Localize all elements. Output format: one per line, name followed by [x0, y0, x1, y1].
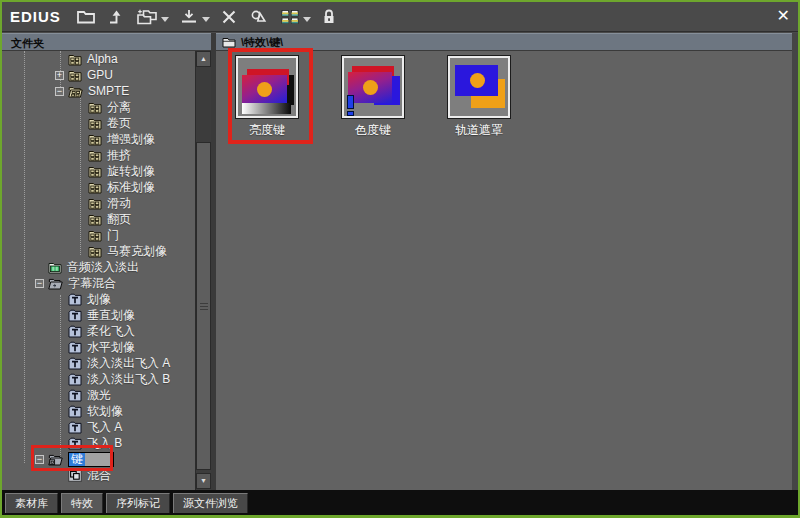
tree-item-label: 音频淡入淡出	[67, 259, 139, 276]
tree-item[interactable]: +GPU	[2, 67, 195, 83]
title-t-icon	[68, 405, 82, 418]
import-icon	[178, 7, 200, 27]
track-matte-icon[interactable]	[448, 56, 510, 118]
title-t-icon	[68, 309, 82, 322]
dropdown-caret-icon[interactable]	[303, 17, 311, 22]
new-folder-icon	[75, 7, 97, 27]
folder-audio-icon	[48, 261, 62, 274]
tree-item[interactable]: 滑动	[2, 195, 195, 211]
folder-grid-icon	[68, 69, 82, 82]
tree-item[interactable]: 垂直划像	[2, 307, 195, 323]
tree-item[interactable]: 激光	[2, 387, 195, 403]
effect-shape-button[interactable]	[248, 7, 270, 27]
effect-item[interactable]: 亮度键	[219, 56, 315, 139]
tree-item[interactable]: 飞入 A	[2, 419, 195, 435]
tree-item[interactable]: Alpha	[2, 51, 195, 67]
tree-item-label: 垂直划像	[87, 307, 135, 324]
tree-item[interactable]: 软划像	[2, 403, 195, 419]
folder-icon	[222, 37, 236, 48]
open-folder-icon	[135, 7, 159, 27]
tree-item-label: 淡入淡出飞入 B	[87, 371, 170, 388]
tree-item[interactable]: 马赛克划像	[2, 243, 195, 259]
tree-item[interactable]: 混合	[2, 467, 195, 483]
title-t-icon	[68, 325, 82, 338]
scroll-up-icon[interactable]: ▲	[196, 51, 211, 67]
tree-item[interactable]: 旋转划像	[2, 163, 195, 179]
tree-item-label: 推挤	[107, 147, 131, 164]
scrollbar-thumb[interactable]	[196, 142, 211, 470]
tree-item[interactable]: 音频淡入淡出	[2, 259, 195, 275]
tree-item[interactable]: 淡入淡出飞入 A	[2, 355, 195, 371]
effect-item-label: 亮度键	[219, 122, 315, 139]
up-folder-icon	[106, 7, 126, 27]
folder-grid-icon	[88, 149, 102, 162]
tab-源文件浏览[interactable]: 源文件浏览	[173, 493, 248, 513]
view-grid-button[interactable]	[279, 7, 311, 27]
close-icon[interactable]: ✕	[777, 6, 790, 25]
path-text: \特效\键\	[241, 33, 283, 51]
delete-button[interactable]	[219, 7, 239, 27]
luminance-key-icon[interactable]	[236, 56, 298, 118]
folder-panel-header: 文件夹	[2, 33, 211, 51]
chroma-key-icon[interactable]	[342, 56, 404, 118]
tree-item-label: 门	[107, 227, 119, 244]
dropdown-caret-icon[interactable]	[202, 17, 210, 22]
tree-item-label: GPU	[87, 68, 113, 82]
tree-item[interactable]: 标准划像	[2, 179, 195, 195]
new-folder-button[interactable]	[75, 7, 97, 27]
open-folder-button[interactable]	[135, 7, 169, 27]
tree-item-label: 混合	[87, 467, 111, 484]
import-button[interactable]	[178, 7, 210, 27]
effect-item-label: 轨道遮罩	[431, 122, 527, 139]
tree-item[interactable]: 飞入 B	[2, 435, 195, 451]
tree-item[interactable]: 翻页	[2, 211, 195, 227]
blend-icon	[68, 469, 82, 482]
folder-grid-icon	[68, 53, 82, 66]
tree-item[interactable]: 推挤	[2, 147, 195, 163]
rename-input[interactable]: 键	[68, 452, 114, 467]
lock-icon	[320, 7, 338, 27]
tree-item[interactable]: −键	[2, 451, 195, 467]
dropdown-caret-icon[interactable]	[161, 17, 169, 22]
folder-grid-icon	[88, 229, 102, 242]
tree-item[interactable]: 卷页	[2, 115, 195, 131]
up-folder-button[interactable]	[106, 7, 126, 27]
tree-item[interactable]: 淡入淡出飞入 B	[2, 371, 195, 387]
tree-item[interactable]: 水平划像	[2, 339, 195, 355]
folder-open-icon	[48, 277, 63, 290]
tree-scrollbar[interactable]: ▲ ▼	[195, 51, 211, 490]
bottom-tab-bar: 素材库特效序列标记源文件浏览	[2, 490, 798, 515]
folder-grid-icon	[88, 165, 102, 178]
folder-grid-icon	[88, 197, 102, 210]
tree-item-label: 飞入 A	[87, 419, 122, 436]
lock-button[interactable]	[320, 7, 338, 27]
tree-item[interactable]: 划像	[2, 291, 195, 307]
effect-grid: 亮度键色度键轨道遮罩	[216, 51, 792, 490]
tab-序列标记[interactable]: 序列标记	[106, 493, 170, 513]
tab-特效[interactable]: 特效	[61, 493, 103, 513]
tree-item[interactable]: −SMPTE	[2, 83, 195, 99]
collapse-minus-icon[interactable]: −	[35, 455, 44, 464]
folder-grid-icon	[88, 213, 102, 226]
path-bar: \特效\键\	[216, 33, 798, 51]
tree-item-label: 淡入淡出飞入 A	[87, 355, 170, 372]
tree-item[interactable]: 分离	[2, 99, 195, 115]
effect-item[interactable]: 色度键	[325, 56, 421, 139]
folder-grid-icon	[88, 101, 102, 114]
tree-item-label: 水平划像	[87, 339, 135, 356]
tree-item[interactable]: −字幕混合	[2, 275, 195, 291]
folder-grid-icon	[88, 133, 102, 146]
tree-item-label: Alpha	[87, 52, 118, 66]
scroll-down-icon[interactable]: ▼	[196, 473, 211, 489]
expand-plus-icon[interactable]: +	[55, 71, 64, 80]
tree-item[interactable]: 增强划像	[2, 131, 195, 147]
collapse-minus-icon[interactable]: −	[35, 279, 44, 288]
tree-item[interactable]: 柔化飞入	[2, 323, 195, 339]
collapse-minus-icon[interactable]: −	[55, 87, 64, 96]
tab-素材库[interactable]: 素材库	[5, 493, 58, 513]
tree-item[interactable]: 门	[2, 227, 195, 243]
tree-item-label: 滑动	[107, 195, 131, 212]
folder-tree: Alpha+GPU−SMPTE分离卷页增强划像推挤旋转划像标准划像滑动翻页门马赛…	[2, 51, 195, 490]
title-t-icon	[68, 341, 82, 354]
effect-item[interactable]: 轨道遮罩	[431, 56, 527, 139]
